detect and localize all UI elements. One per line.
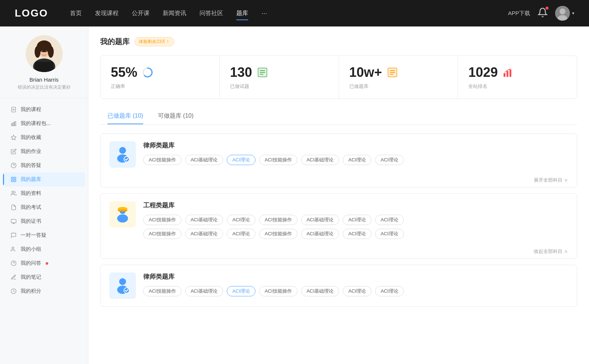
nav-item-qbank[interactable]: 题库: [236, 8, 248, 19]
svg-rect-23: [14, 177, 16, 179]
edit-icon: [10, 148, 17, 155]
profile-motto: 错误的决定比没有决定要好: [18, 84, 71, 90]
tag[interactable]: ACI理论: [343, 215, 371, 225]
tag[interactable]: ACI基础理论: [301, 229, 339, 239]
tag[interactable]: ACI基础理论: [185, 215, 223, 225]
notification-bell[interactable]: [537, 7, 548, 19]
tag[interactable]: ACI理论: [227, 215, 255, 225]
svg-marker-19: [11, 135, 16, 140]
qbank-title: 律师类题库: [143, 272, 568, 281]
svg-rect-25: [14, 180, 16, 182]
tag[interactable]: ACI理论: [375, 286, 404, 296]
tag[interactable]: ACI技能操作: [259, 229, 297, 239]
qbank-info: 律师类题库 ACI技能操作 ACI基础理论 ACI理论 ACI技能操作 ACI基…: [143, 272, 568, 296]
tag[interactable]: ACI理论: [343, 229, 371, 239]
svg-point-50: [117, 214, 128, 222]
tabs-row: 已做题库 (10) 可做题库 (10): [100, 109, 577, 125]
sidebar-item-group[interactable]: 我的小组: [3, 242, 85, 256]
nav-item-qa[interactable]: 问答社区: [200, 8, 223, 19]
sidebar-item-label: 我的笔记: [21, 274, 41, 281]
main-content: 我的题库 体验剩余23天！ 55%: [88, 26, 589, 364]
sidebar-item-label: 我的积分: [21, 288, 41, 295]
stat-value-banks: 10w+: [349, 65, 382, 80]
sidebar-item-label: 一对一答疑: [21, 232, 46, 239]
grid-icon: [10, 176, 17, 183]
tag-active[interactable]: ACI理论: [227, 286, 255, 296]
stat-top: 1029: [468, 65, 567, 80]
sidebar-item-favorites[interactable]: 我的收藏: [3, 131, 85, 144]
tab-available-banks[interactable]: 可做题库 (10): [151, 109, 201, 124]
nav-item-opencourse[interactable]: 公开课: [132, 8, 149, 19]
stat-value-questions: 130: [230, 65, 252, 80]
tag[interactable]: ACI基础理论: [301, 155, 339, 165]
tag[interactable]: ACI技能操作: [143, 155, 181, 165]
trial-badge: 体验剩余23天！: [135, 37, 174, 46]
bar-chart-icon: [10, 120, 17, 127]
page-wrapper: Brian Harris 错误的决定比没有决定要好 我的课程 我的课程包...: [0, 26, 589, 364]
nav-more[interactable]: ···: [261, 10, 267, 17]
tag[interactable]: ACI理论: [343, 155, 371, 165]
tag[interactable]: ACI理论: [227, 229, 255, 239]
svg-point-9: [48, 46, 54, 58]
stat-value-accuracy: 55%: [111, 65, 137, 80]
tag[interactable]: ACI理论: [343, 286, 371, 296]
chevron-down-icon: ▾: [572, 11, 574, 16]
tag[interactable]: ACI理论: [375, 155, 404, 165]
tag[interactable]: ACI基础理论: [301, 286, 339, 296]
qbank-icon-engineer: [109, 201, 136, 228]
user-avatar-button[interactable]: ▾: [555, 6, 574, 21]
app-download-button[interactable]: APP下载: [508, 10, 530, 17]
tag[interactable]: ACI理论: [375, 215, 404, 225]
stat-top: 55%: [111, 65, 209, 80]
sidebar-item-qa-answers[interactable]: 我的答疑: [3, 158, 85, 172]
tag[interactable]: ACI技能操作: [143, 229, 181, 239]
qbank-title: 律师类题库: [143, 141, 568, 150]
sidebar-item-label: 我的考试: [21, 204, 41, 211]
svg-rect-22: [11, 177, 13, 179]
tag[interactable]: ACI基础理论: [185, 229, 223, 239]
stat-label-accuracy: 正确率: [111, 83, 209, 90]
collapse-link[interactable]: 收起全部科目 ∧: [534, 249, 568, 254]
nav-item-home[interactable]: 首页: [70, 8, 82, 19]
sidebar-item-my-qa[interactable]: 我的问答: [3, 256, 85, 270]
nav-item-news[interactable]: 新闻资讯: [163, 8, 186, 19]
sidebar-menu: 我的课程 我的课程包... 我的收藏 我的作业: [0, 103, 88, 298]
navbar-logo[interactable]: LOGO: [15, 7, 48, 19]
stat-label-questions: 已做试题: [230, 83, 328, 90]
stats-row: 55% 正确率 130: [100, 56, 577, 99]
tag[interactable]: ACI基础理论: [185, 286, 223, 296]
sidebar-item-label: 我的题库: [21, 176, 41, 183]
sidebar-item-profile[interactable]: 我的资料: [3, 186, 85, 200]
certificate-icon: [10, 218, 17, 225]
sidebar-item-certificate[interactable]: 我的证书: [3, 214, 85, 228]
accuracy-icon: [142, 67, 154, 78]
expand-link[interactable]: 展开全部科目 ∨: [534, 177, 568, 183]
tag[interactable]: ACI技能操作: [143, 215, 181, 225]
tag-active[interactable]: ACI理论: [227, 155, 255, 165]
svg-rect-17: [13, 122, 14, 126]
stat-label-banks: 已做题库: [349, 83, 448, 90]
navbar: LOGO 首页 发现课程 公开课 新闻资讯 问答社区 题库 ··· APP下载: [0, 0, 589, 26]
tag[interactable]: ACI技能操作: [259, 155, 297, 165]
tag[interactable]: ACI技能操作: [259, 286, 297, 296]
nav-item-discover[interactable]: 发现课程: [95, 8, 119, 19]
sidebar-item-qbank[interactable]: 我的题库: [3, 172, 85, 186]
sidebar-item-label: 我的资料: [21, 190, 41, 197]
svg-point-26: [12, 191, 14, 193]
svg-point-1: [560, 8, 565, 14]
sidebar-item-label: 我的课程包...: [21, 120, 51, 127]
sidebar-item-1on1[interactable]: 一对一答疑: [3, 228, 85, 242]
tag[interactable]: ACI基础理论: [185, 155, 223, 165]
sidebar-item-course-pack[interactable]: 我的课程包...: [3, 117, 85, 131]
sidebar-item-exam[interactable]: 我的考试: [3, 200, 85, 214]
sidebar-item-points[interactable]: 我的积分: [3, 284, 85, 298]
stat-banks: 10w+ 已做题库: [339, 56, 458, 99]
tag[interactable]: ACI技能操作: [259, 215, 297, 225]
sidebar-item-homework[interactable]: 我的作业: [3, 144, 85, 158]
tag[interactable]: ACI基础理论: [301, 215, 339, 225]
tab-done-banks[interactable]: 已做题库 (10): [100, 109, 151, 124]
tag[interactable]: ACI理论: [375, 229, 404, 239]
sidebar-item-notes[interactable]: 我的笔记: [3, 270, 85, 284]
tag[interactable]: ACI技能操作: [143, 286, 181, 296]
sidebar-item-my-courses[interactable]: 我的课程: [3, 103, 85, 117]
